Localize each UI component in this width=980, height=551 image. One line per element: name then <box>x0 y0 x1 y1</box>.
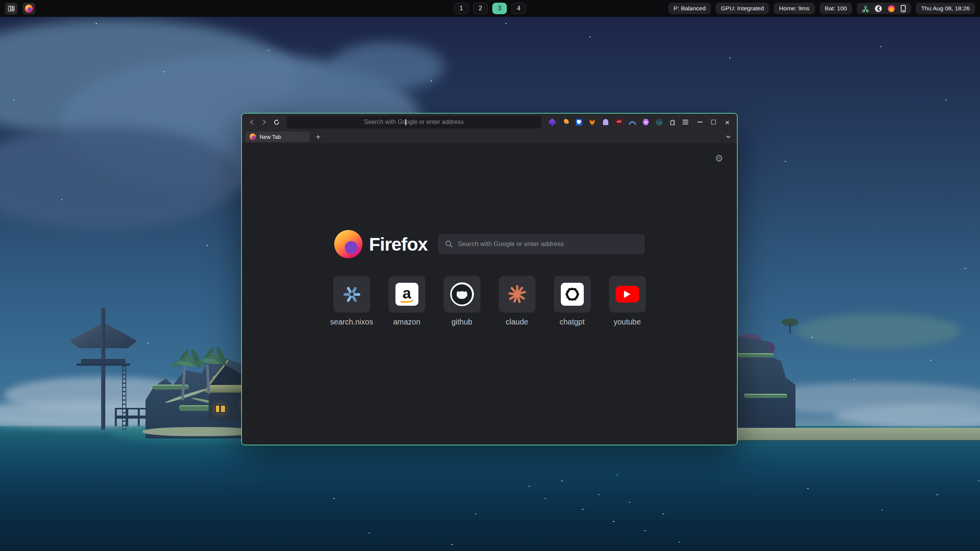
nixos-snowflake-icon <box>342 284 362 304</box>
reload-button[interactable] <box>270 116 283 128</box>
firefox-logo <box>334 230 363 258</box>
extension-row: uO <box>548 118 676 126</box>
openai-knot-icon <box>561 283 584 306</box>
flame-player-icon[interactable] <box>888 5 895 12</box>
status-area: P: Balanced GPU: Integrated Home: 9ms Ba… <box>668 3 975 14</box>
cloud <box>796 314 961 348</box>
bluetooth-icon[interactable] <box>875 5 882 12</box>
lit-hut-window <box>215 405 226 413</box>
tray-pill <box>857 3 911 14</box>
firefox-window: uO × <box>241 113 738 445</box>
window-controls: × <box>694 116 733 128</box>
workspace-2[interactable]: 2 <box>473 3 488 14</box>
workspace-3-active[interactable]: 3 <box>492 3 507 14</box>
beach <box>735 428 980 440</box>
navigation-toolbar: uO × <box>242 114 737 130</box>
shortcut-youtube[interactable]: youtube <box>609 276 646 326</box>
puzzle-extensions-icon[interactable] <box>669 118 676 126</box>
gpu-pill[interactable]: GPU: Integrated <box>715 3 769 14</box>
power-profile-pill[interactable]: P: Balanced <box>668 3 711 14</box>
new-tab-page: ⚙ Firefox <box>242 143 737 445</box>
tab-new-tab[interactable]: New Tab <box>245 132 310 142</box>
list-all-tabs-chevron-icon[interactable] <box>725 134 731 140</box>
menu-button[interactable] <box>679 116 691 128</box>
claude-starburst-icon <box>507 284 527 304</box>
amazon-icon: a <box>395 283 418 306</box>
scissors-icon[interactable] <box>862 5 869 12</box>
minimize-button[interactable] <box>694 116 706 128</box>
shortcut-github[interactable]: github <box>444 276 480 326</box>
firefox-tab-favicon <box>250 134 256 140</box>
workspace-switcher: 1 2 3 4 <box>454 3 526 14</box>
firefox-icon <box>25 5 33 13</box>
firefox-launcher-button[interactable] <box>23 3 35 15</box>
tab-strip: New Tab + <box>242 130 737 143</box>
cloud <box>329 42 444 92</box>
desktop: 1 2 3 4 P: Balanced GPU: Integrated Home… <box>0 0 980 551</box>
shortcut-claude[interactable]: claude <box>499 276 536 326</box>
youtube-play-icon <box>616 286 639 303</box>
ping-pill[interactable]: Home: 9ms <box>774 3 815 14</box>
workspace-1[interactable]: 1 <box>454 3 469 14</box>
newtab-search-input[interactable] <box>438 234 645 254</box>
shortcut-amazon[interactable]: a amazon <box>389 276 425 326</box>
app-grid-icon <box>8 6 15 11</box>
back-button[interactable] <box>246 116 258 128</box>
spy-face-extension-icon[interactable] <box>655 118 663 126</box>
phone-icon[interactable] <box>901 5 906 12</box>
top-bar: 1 2 3 4 P: Balanced GPU: Integrated Home… <box>0 0 980 17</box>
shortcut-search-nixos[interactable]: search.nixos <box>333 276 370 326</box>
red-shield-extension-icon[interactable]: uO <box>615 118 623 126</box>
orange-moon-extension-icon[interactable] <box>562 118 569 126</box>
battery-pill[interactable]: Bat: 100 <box>820 3 853 14</box>
purple-hexagon-extension-icon[interactable] <box>642 118 650 126</box>
clock-pill[interactable]: Thu Aug 08, 18:26 <box>916 3 975 14</box>
workspace-4[interactable]: 4 <box>511 3 526 14</box>
shortcut-row: search.nixos a amazon github <box>333 276 646 326</box>
personalize-gear-icon[interactable]: ⚙ <box>715 154 723 163</box>
forward-button[interactable] <box>258 116 270 128</box>
text-caret <box>405 119 406 126</box>
tab-title: New Tab <box>260 134 281 140</box>
github-octocat-icon <box>450 282 474 306</box>
blue-arc-extension-icon[interactable] <box>629 118 636 126</box>
new-tab-button[interactable]: + <box>314 133 322 141</box>
blue-shield-lock-extension-icon[interactable] <box>575 118 583 126</box>
shortcut-chatgpt[interactable]: chatgpt <box>554 276 591 326</box>
search-icon <box>445 240 453 248</box>
app-grid-button[interactable] <box>5 3 18 15</box>
url-bar[interactable] <box>286 116 541 129</box>
new-tab-center: Firefox <box>333 230 646 326</box>
purple-ghost-extension-icon[interactable] <box>602 118 609 126</box>
purple-diamond-extension-icon[interactable] <box>548 118 556 126</box>
url-bar-wrap <box>286 116 541 129</box>
firefox-wordmark: Firefox <box>369 234 428 255</box>
fox-extension-icon[interactable] <box>588 118 596 126</box>
maximize-button[interactable] <box>708 116 719 128</box>
close-button[interactable]: × <box>722 116 733 128</box>
